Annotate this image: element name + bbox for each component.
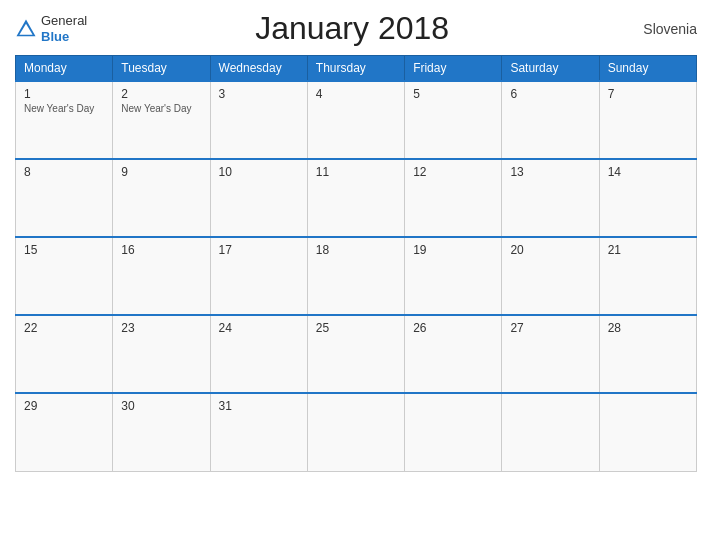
day-number: 13 xyxy=(510,165,590,179)
calendar-cell: 26 xyxy=(405,315,502,393)
day-number: 12 xyxy=(413,165,493,179)
day-number: 26 xyxy=(413,321,493,335)
calendar-week-row: 891011121314 xyxy=(16,159,697,237)
day-number: 8 xyxy=(24,165,104,179)
calendar-header: General Blue January 2018 Slovenia xyxy=(15,10,697,47)
holiday-label: New Year's Day xyxy=(121,103,201,114)
header-friday: Friday xyxy=(405,56,502,82)
day-number: 5 xyxy=(413,87,493,101)
day-number: 21 xyxy=(608,243,688,257)
day-number: 30 xyxy=(121,399,201,413)
calendar-cell: 17 xyxy=(210,237,307,315)
calendar-cell: 20 xyxy=(502,237,599,315)
header-tuesday: Tuesday xyxy=(113,56,210,82)
day-number: 18 xyxy=(316,243,396,257)
day-number: 1 xyxy=(24,87,104,101)
calendar-week-row: 293031 xyxy=(16,393,697,471)
day-number: 19 xyxy=(413,243,493,257)
calendar-cell: 6 xyxy=(502,81,599,159)
day-number: 20 xyxy=(510,243,590,257)
day-number: 24 xyxy=(219,321,299,335)
day-number: 22 xyxy=(24,321,104,335)
header-saturday: Saturday xyxy=(502,56,599,82)
day-number: 29 xyxy=(24,399,104,413)
day-number: 15 xyxy=(24,243,104,257)
calendar-cell xyxy=(307,393,404,471)
calendar-cell: 3 xyxy=(210,81,307,159)
day-number: 9 xyxy=(121,165,201,179)
day-number: 7 xyxy=(608,87,688,101)
header-thursday: Thursday xyxy=(307,56,404,82)
calendar-cell: 1New Year's Day xyxy=(16,81,113,159)
holiday-label: New Year's Day xyxy=(24,103,104,114)
calendar-cell: 13 xyxy=(502,159,599,237)
calendar-cell: 15 xyxy=(16,237,113,315)
calendar-cell: 9 xyxy=(113,159,210,237)
calendar-cell: 23 xyxy=(113,315,210,393)
calendar-cell: 29 xyxy=(16,393,113,471)
calendar-cell: 21 xyxy=(599,237,696,315)
country-label: Slovenia xyxy=(617,21,697,37)
calendar-body: 1New Year's Day2New Year's Day3456789101… xyxy=(16,81,697,471)
day-number: 14 xyxy=(608,165,688,179)
logo-icon xyxy=(15,18,37,40)
calendar-cell: 4 xyxy=(307,81,404,159)
calendar-cell: 10 xyxy=(210,159,307,237)
day-number: 23 xyxy=(121,321,201,335)
calendar-cell: 19 xyxy=(405,237,502,315)
calendar-cell xyxy=(405,393,502,471)
calendar-cell: 8 xyxy=(16,159,113,237)
calendar-cell: 11 xyxy=(307,159,404,237)
logo-text: General Blue xyxy=(41,13,87,44)
calendar-cell: 31 xyxy=(210,393,307,471)
day-number: 11 xyxy=(316,165,396,179)
calendar-cell: 18 xyxy=(307,237,404,315)
logo: General Blue xyxy=(15,13,87,44)
calendar-cell: 24 xyxy=(210,315,307,393)
calendar-cell xyxy=(502,393,599,471)
calendar-cell: 27 xyxy=(502,315,599,393)
day-number: 6 xyxy=(510,87,590,101)
calendar-week-row: 1New Year's Day2New Year's Day34567 xyxy=(16,81,697,159)
calendar-cell: 14 xyxy=(599,159,696,237)
calendar-cell: 25 xyxy=(307,315,404,393)
day-number: 25 xyxy=(316,321,396,335)
calendar-table: Monday Tuesday Wednesday Thursday Friday… xyxy=(15,55,697,472)
header-sunday: Sunday xyxy=(599,56,696,82)
day-number: 28 xyxy=(608,321,688,335)
day-number: 4 xyxy=(316,87,396,101)
day-number: 17 xyxy=(219,243,299,257)
calendar-page: General Blue January 2018 Slovenia Monda… xyxy=(0,0,712,550)
calendar-cell xyxy=(599,393,696,471)
day-number: 31 xyxy=(219,399,299,413)
header-wednesday: Wednesday xyxy=(210,56,307,82)
day-number: 27 xyxy=(510,321,590,335)
day-number: 2 xyxy=(121,87,201,101)
calendar-cell: 7 xyxy=(599,81,696,159)
day-number: 3 xyxy=(219,87,299,101)
calendar-cell: 30 xyxy=(113,393,210,471)
calendar-cell: 28 xyxy=(599,315,696,393)
day-number: 10 xyxy=(219,165,299,179)
calendar-cell: 5 xyxy=(405,81,502,159)
calendar-cell: 12 xyxy=(405,159,502,237)
calendar-cell: 22 xyxy=(16,315,113,393)
calendar-cell: 16 xyxy=(113,237,210,315)
weekday-header-row: Monday Tuesday Wednesday Thursday Friday… xyxy=(16,56,697,82)
calendar-week-row: 15161718192021 xyxy=(16,237,697,315)
day-number: 16 xyxy=(121,243,201,257)
calendar-title: January 2018 xyxy=(87,10,617,47)
header-monday: Monday xyxy=(16,56,113,82)
calendar-week-row: 22232425262728 xyxy=(16,315,697,393)
calendar-cell: 2New Year's Day xyxy=(113,81,210,159)
